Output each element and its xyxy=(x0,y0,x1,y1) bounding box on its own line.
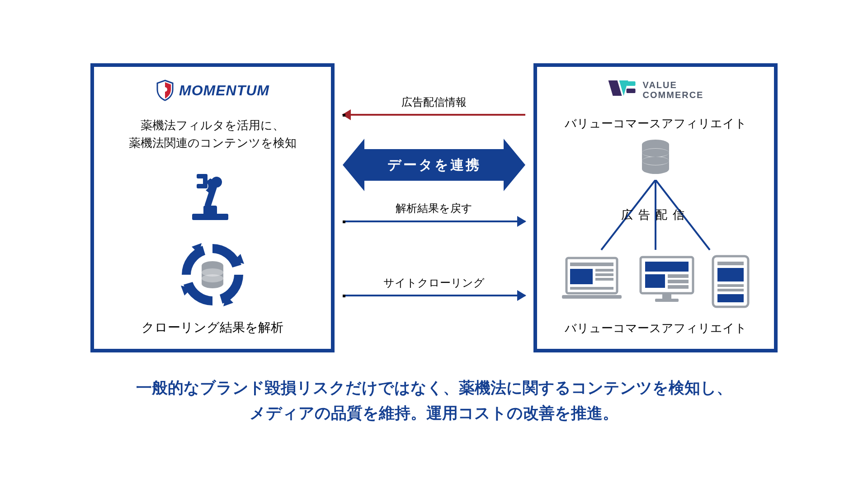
label-ad-info: 広告配信情報 xyxy=(343,95,525,109)
vc-wordmark: VALUE COMMERCE xyxy=(643,80,704,100)
momentum-caption: クローリング結果を解析 xyxy=(94,319,331,336)
momentum-wordmark: MOMENTUM xyxy=(179,82,269,99)
svg-rect-48 xyxy=(717,262,744,265)
cycle-db-icon xyxy=(176,239,249,311)
valuecommerce-box: VALUE COMMERCE バリューコマースアフィリエイト xyxy=(533,63,778,352)
arrow-data-link-label: データを連携 xyxy=(364,149,504,181)
svg-rect-38 xyxy=(570,287,613,290)
robot-arm-icon xyxy=(183,164,242,223)
svg-rect-2 xyxy=(203,206,217,216)
diagram-canvas: MOMENTUM 薬機法フィルタを活用に、 薬機法関連のコンテンツを検知 xyxy=(72,41,796,447)
shield-icon xyxy=(156,80,175,101)
svg-point-16 xyxy=(202,274,223,282)
svg-marker-17 xyxy=(609,80,622,96)
momentum-logo: MOMENTUM xyxy=(156,80,269,101)
svg-point-0 xyxy=(163,87,167,92)
svg-point-23 xyxy=(642,164,669,174)
svg-rect-50 xyxy=(717,284,744,287)
phone-icon xyxy=(710,254,751,309)
vc-title-top: バリューコマースアフィリエイト xyxy=(537,116,774,131)
momentum-box: MOMENTUM 薬機法フィルタを活用に、 薬機法関連のコンテンツを検知 xyxy=(90,63,335,352)
svg-rect-46 xyxy=(668,285,689,289)
svg-rect-7 xyxy=(203,174,208,188)
svg-rect-36 xyxy=(595,273,613,276)
vc-word-line2: COMMERCE xyxy=(643,90,704,100)
svg-rect-45 xyxy=(668,280,689,283)
database-icon xyxy=(640,139,671,174)
arrow-left-head xyxy=(343,139,364,191)
middle-column: 広告配信情報 データを連携 解析結果を戻す サイトクローリング xyxy=(343,63,525,352)
svg-rect-49 xyxy=(717,268,744,282)
svg-point-26 xyxy=(642,149,669,157)
label-site-crawling: サイトクローリング xyxy=(343,276,525,290)
vc-word-line1: VALUE xyxy=(643,80,704,90)
momentum-desc-line2: 薬機法関連のコンテンツを検知 xyxy=(94,134,331,152)
fan-label: 広告配信 xyxy=(537,207,774,223)
svg-rect-52 xyxy=(717,294,744,302)
svg-rect-44 xyxy=(668,274,689,278)
svg-rect-42 xyxy=(645,262,689,272)
arrow-return-results xyxy=(343,221,525,222)
arrow-site-crawling xyxy=(343,295,525,296)
momentum-desc-line1: 薬機法フィルタを活用に、 xyxy=(94,117,331,134)
svg-rect-51 xyxy=(717,289,744,291)
svg-rect-32 xyxy=(562,295,622,299)
svg-rect-37 xyxy=(595,278,613,281)
vc-logo: VALUE COMMERCE xyxy=(608,80,704,100)
footer-caption: 一般的なブランド毀損リスクだけではなく、薬機法に関するコンテンツを検知し、 メデ… xyxy=(72,375,796,426)
footer-line2: メディアの品質を維持。運用コストの改善を推進。 xyxy=(72,400,796,426)
svg-rect-20 xyxy=(627,89,636,93)
vc-mark-icon xyxy=(608,80,637,100)
vc-title-bottom: バリューコマースアフィリエイト xyxy=(537,320,774,336)
arrow-right-head xyxy=(504,139,525,191)
desktop-icon xyxy=(635,254,698,304)
svg-rect-40 xyxy=(662,294,671,299)
svg-rect-43 xyxy=(645,274,665,288)
svg-rect-41 xyxy=(655,299,679,302)
label-return-results: 解析結果を戻す xyxy=(343,201,525,216)
svg-rect-34 xyxy=(570,269,593,284)
svg-rect-19 xyxy=(627,81,636,86)
footer-line1: 一般的なブランド毀損リスクだけではなく、薬機法に関するコンテンツを検知し、 xyxy=(72,375,796,400)
svg-point-27 xyxy=(642,157,669,165)
arrow-ad-info xyxy=(343,114,525,116)
svg-rect-35 xyxy=(595,269,613,272)
device-row xyxy=(537,254,774,309)
arrow-data-link: データを連携 xyxy=(343,149,525,181)
momentum-description: 薬機法フィルタを活用に、 薬機法関連のコンテンツを検知 xyxy=(94,117,331,152)
laptop-icon xyxy=(560,254,623,304)
svg-rect-33 xyxy=(570,263,613,266)
